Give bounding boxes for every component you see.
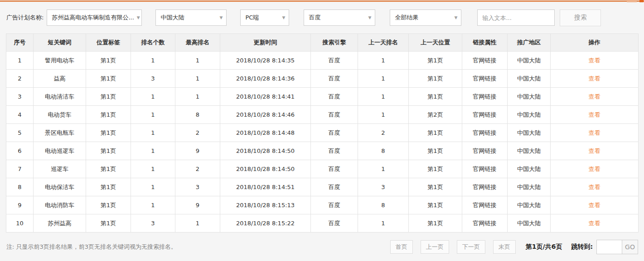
table-cell: 2	[175, 124, 220, 142]
table-cell: 1	[175, 88, 220, 106]
action-cell: 查看	[551, 196, 639, 214]
table-cell: 1	[131, 124, 175, 142]
table-cell: 3	[358, 178, 409, 196]
footnote: 注: 只显示前3页排名结果，前3页无排名关键词视为无搜索排名。	[6, 243, 177, 251]
table-cell: 1	[131, 160, 175, 178]
pagination: 首页 上一页 下一页 末页 第1页/共6页 跳转到: GO	[390, 240, 638, 254]
table-cell: 1	[175, 52, 220, 70]
jump-page-input[interactable]	[597, 240, 622, 254]
view-link[interactable]: 查看	[589, 202, 600, 209]
view-link[interactable]: 查看	[589, 166, 600, 172]
filter-bar: 广告计划名称: 苏州益高电动车辆制造有限公... ▼ 中国大陆 ▼ PC端 ▼ …	[0, 0, 644, 26]
table-cell: 第2页	[409, 106, 462, 124]
view-link[interactable]: 查看	[589, 220, 600, 227]
table-cell: 官网链接	[462, 106, 508, 124]
table-cell: 百度	[311, 160, 358, 178]
column-header: 最高排名	[175, 34, 220, 52]
table-cell: 第1页	[409, 52, 462, 70]
table-cell: 官网链接	[462, 52, 508, 70]
table-cell: 中国大陆	[508, 142, 551, 160]
table-cell: 1	[131, 178, 175, 196]
table-cell: 第1页	[409, 160, 462, 178]
table-row: 2益高第1页312018/10/28 8:14:36百度1第1页官网链接中国大陆…	[6, 70, 639, 88]
table-cell: 4	[6, 106, 34, 124]
table-cell: 中国大陆	[508, 196, 551, 214]
view-link[interactable]: 查看	[589, 184, 600, 190]
table-cell: 2018/10/28 8:14:41	[220, 88, 311, 106]
table-cell: 官网链接	[462, 178, 508, 196]
result-type-select-value: 全部结果	[395, 14, 418, 22]
view-link[interactable]: 查看	[589, 111, 600, 118]
table-cell: 中国大陆	[508, 160, 551, 178]
table-cell: 警用电动车	[34, 52, 86, 70]
table-cell: 百度	[311, 142, 358, 160]
view-link[interactable]: 查看	[589, 57, 600, 64]
table-body: 1警用电动车第1页112018/10/28 8:14:35百度1第1页官网链接中…	[6, 52, 639, 233]
table-cell: 中国大陆	[508, 124, 551, 142]
action-cell: 查看	[551, 70, 639, 88]
table-cell: 益高	[34, 70, 86, 88]
view-link[interactable]: 查看	[589, 93, 600, 100]
table-cell: 电动保洁车	[34, 178, 86, 196]
go-button[interactable]: GO	[622, 240, 638, 254]
device-select[interactable]: PC端 ▼	[240, 9, 289, 26]
table-cell: 第1页	[409, 88, 462, 106]
action-cell: 查看	[551, 142, 639, 160]
action-cell: 查看	[551, 214, 639, 233]
view-link[interactable]: 查看	[589, 129, 600, 136]
column-header: 排名个数	[131, 34, 175, 52]
table-cell: 2018/10/28 8:15:22	[220, 214, 311, 233]
table-cell: 1	[175, 214, 220, 233]
column-header: 位置标签	[86, 34, 131, 52]
table-cell: 第1页	[409, 124, 462, 142]
table-cell: 6	[6, 142, 34, 160]
table-cell: 2018/10/28 8:14:36	[220, 70, 311, 88]
region-select[interactable]: 中国大陆 ▼	[155, 9, 227, 26]
last-page-button[interactable]: 末页	[493, 240, 516, 254]
table-cell: 百度	[311, 52, 358, 70]
table-cell: 第1页	[86, 124, 131, 142]
column-header: 链接属性	[462, 34, 508, 52]
engine-select-value: 百度	[309, 14, 320, 22]
table-cell: 1	[175, 70, 220, 88]
table-row: 10苏州益高第1页312018/10/28 8:15:22百度1第1页官网链接中…	[6, 214, 639, 233]
table-cell: 1	[358, 160, 409, 178]
table-cell: 第1页	[86, 52, 131, 70]
table-cell: 8	[6, 178, 34, 196]
chevron-down-icon: ▼	[137, 15, 140, 20]
table-cell: 5	[6, 124, 34, 142]
campaign-select-value: 苏州益高电动车辆制造有限公...	[52, 14, 134, 22]
jump-to-label: 跳转到:	[571, 243, 593, 251]
table-cell: 第1页	[86, 160, 131, 178]
table-row: 6电动巡逻车第1页192018/10/28 8:14:50百度8第1页官网链接中…	[6, 142, 639, 160]
next-page-button[interactable]: 下一页	[457, 240, 485, 254]
table-cell: 中国大陆	[508, 70, 551, 88]
table-cell: 9	[6, 196, 34, 214]
ranking-table: 序号短关键词位置标签排名个数最高排名更新时间搜索引擎上一天排名上一天位置链接属性…	[6, 33, 639, 233]
table-cell: 苏州益高	[34, 214, 86, 233]
table-cell: 中国大陆	[508, 106, 551, 124]
prev-page-button[interactable]: 上一页	[421, 240, 449, 254]
keyword-search-input[interactable]	[477, 9, 555, 26]
campaign-name-label: 广告计划名称:	[6, 14, 44, 22]
table-cell: 1	[131, 52, 175, 70]
table-cell: 景区电瓶车	[34, 124, 86, 142]
engine-select[interactable]: 百度 ▼	[304, 9, 375, 26]
table-cell: 8	[358, 196, 409, 214]
first-page-button[interactable]: 首页	[390, 240, 413, 254]
view-link[interactable]: 查看	[589, 75, 600, 82]
table-cell: 2018/10/28 8:15:13	[220, 196, 311, 214]
result-type-select[interactable]: 全部结果 ▼	[390, 9, 461, 26]
table-cell: 百度	[311, 178, 358, 196]
campaign-select[interactable]: 苏州益高电动车辆制造有限公... ▼	[47, 9, 142, 26]
table-cell: 1	[131, 142, 175, 160]
jump-group: GO	[596, 240, 638, 254]
action-cell: 查看	[551, 52, 639, 70]
view-link[interactable]: 查看	[589, 147, 600, 154]
column-header: 上一天位置	[409, 34, 462, 52]
search-button[interactable]: 搜索	[560, 9, 601, 26]
footer-bar: 注: 只显示前3页排名结果，前3页无排名关键词视为无搜索排名。 首页 上一页 下…	[6, 240, 638, 254]
table-cell: 中国大陆	[508, 88, 551, 106]
action-cell: 查看	[551, 124, 639, 142]
table-cell: 9	[175, 142, 220, 160]
